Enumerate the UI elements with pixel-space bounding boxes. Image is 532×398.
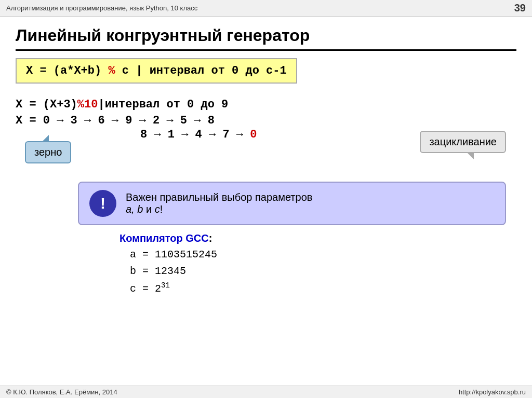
example-line: X = (X+3) % 10 | интервал от 0 до 9 (16, 98, 516, 111)
compiler-a: a = 1103515245 (130, 246, 516, 263)
important-box: ! Важен правильный выбор параметров a, b… (78, 182, 506, 225)
important-line2: a, b и c! (126, 203, 312, 215)
exclamation-icon: ! (89, 190, 116, 217)
example-suffix: интервал от 0 до 9 (105, 98, 229, 111)
callout-zerno: зерно (25, 141, 71, 163)
example-num: 10 (84, 98, 98, 111)
important-a: a, b (126, 203, 143, 215)
compiler-c: c = 231 (130, 280, 516, 297)
formula-percent: % (101, 64, 122, 77)
important-text: Важен правильный выбор параметров a, b и… (126, 191, 312, 215)
compiler-colon: : (209, 232, 212, 244)
example-separator: | (98, 98, 104, 111)
seq2-zero: 0 (250, 128, 257, 141)
compiler-title: Компилятор GCC: (119, 232, 516, 244)
sequence-line1: X = 0 → 3 → 6 → 9 → 2 → 5 → 8 (16, 114, 516, 127)
page-number: 39 (514, 2, 526, 14)
example-percent: % (77, 98, 84, 111)
formula-suffix: интервал от 0 до с-1 (150, 64, 287, 77)
slide-title: Линейный конгруэнтный генератор (16, 26, 516, 51)
compiler-section: Компилятор GCC: a = 1103515245 b = 12345… (119, 232, 516, 297)
compiler-b: b = 12345 (130, 263, 516, 280)
footer-left: © К.Ю. Поляков, Е.А. Ерёмин, 2014 (6, 388, 117, 396)
slide-content: Линейный конгруэнтный генератор X = (a*X… (0, 17, 532, 303)
formula-box: X = (a*X+b) % c | интервал от 0 до с-1 (16, 58, 297, 84)
important-end: ! (160, 203, 163, 215)
formula-c: c (122, 64, 129, 77)
footer-right: http://kpolyakov.spb.ru (459, 388, 526, 396)
footer: © К.Ю. Поляков, Е.А. Ерёмин, 2014 http:/… (0, 386, 532, 398)
formula-separator: | (129, 64, 150, 77)
important-line1: Важен правильный выбор параметров (126, 191, 312, 203)
callout-zatsiklivanie: зацикливание (420, 131, 506, 153)
seq2-prefix: 8 → 1 → 4 → 7 → (140, 128, 250, 141)
compiler-c-prefix: c = 2 (130, 283, 161, 295)
formula-prefix: X = (a*X+b) (26, 64, 101, 77)
exclamation-symbol: ! (100, 195, 105, 212)
important-c: c (155, 203, 160, 215)
top-bar-title: Алгоритмизация и программирование, язык … (6, 4, 197, 12)
callout-zatsikl-text: зацикливание (429, 136, 497, 147)
callout-zerno-text: зерно (34, 146, 62, 158)
example-prefix: X = (X+3) (16, 98, 77, 111)
compiler-label: Компилятор GCC (119, 232, 209, 244)
important-i: и (143, 203, 154, 215)
top-bar: Алгоритмизация и программирование, язык … (0, 0, 532, 17)
compiler-values: a = 1103515245 b = 12345 c = 231 (130, 246, 516, 297)
sequence-area: X = 0 → 3 → 6 → 9 → 2 → 5 → 8 8 → 1 → 4 … (16, 114, 516, 171)
compiler-c-exp: 31 (161, 281, 170, 290)
